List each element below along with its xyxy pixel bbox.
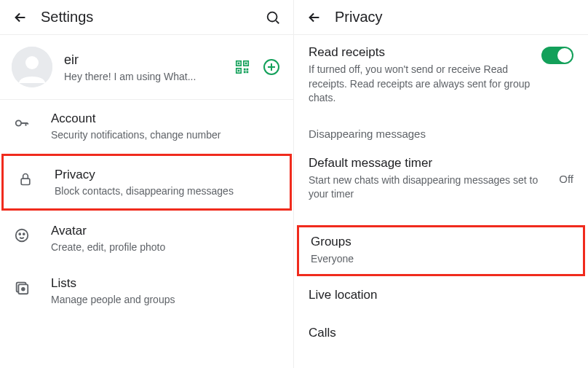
setting-subtitle: Create, edit, profile photo bbox=[51, 241, 280, 253]
page-title: Settings bbox=[41, 9, 258, 26]
qr-code-button[interactable] bbox=[232, 57, 253, 77]
profile-text: eir Hey there! I am using What... bbox=[64, 52, 232, 82]
setting-item-privacy[interactable]: Privacy Block contacts, disappearing mes… bbox=[1, 154, 292, 211]
setting-subtitle: Security notifications, change number bbox=[51, 129, 280, 141]
svg-point-18 bbox=[23, 233, 25, 235]
privacy-subtitle: If turned off, you won't send or receive… bbox=[309, 63, 533, 106]
setting-title: Privacy bbox=[55, 168, 277, 182]
profile-status: Hey there! I am using What... bbox=[64, 71, 232, 82]
privacy-title: Calls bbox=[309, 326, 573, 340]
default-timer-value: Off bbox=[559, 173, 573, 185]
svg-rect-7 bbox=[245, 63, 247, 65]
svg-point-17 bbox=[19, 233, 20, 235]
face-icon bbox=[13, 227, 31, 244]
setting-title: Account bbox=[51, 111, 280, 126]
read-receipts-toggle[interactable] bbox=[541, 47, 573, 64]
svg-point-16 bbox=[16, 230, 28, 242]
plus-circle-icon bbox=[263, 58, 280, 76]
setting-subtitle: Manage people and groups bbox=[51, 294, 280, 305]
back-arrow-icon bbox=[306, 9, 322, 26]
svg-point-2 bbox=[25, 56, 39, 69]
svg-point-21 bbox=[22, 288, 25, 291]
page-title: Privacy bbox=[335, 9, 582, 26]
svg-rect-11 bbox=[244, 71, 246, 74]
svg-rect-12 bbox=[247, 71, 249, 74]
avatar-placeholder-icon bbox=[12, 47, 52, 87]
setting-item-account[interactable]: Account Security notifications, change n… bbox=[0, 100, 293, 152]
privacy-title: Groups bbox=[311, 235, 571, 249]
back-button[interactable] bbox=[6, 3, 35, 32]
search-button[interactable] bbox=[258, 3, 287, 32]
svg-rect-9 bbox=[244, 68, 246, 71]
privacy-item-groups[interactable]: Groups Everyone bbox=[297, 225, 585, 276]
privacy-title: Live location bbox=[309, 288, 573, 302]
lists-icon bbox=[13, 279, 31, 297]
settings-header: Settings bbox=[0, 0, 293, 35]
privacy-subtitle: Start new chats with disappearing messag… bbox=[309, 173, 550, 202]
search-icon bbox=[265, 9, 281, 26]
setting-title: Lists bbox=[51, 276, 280, 291]
section-header-disappearing: Disappearing messages bbox=[294, 116, 588, 146]
setting-item-avatar[interactable]: Avatar Create, edit, profile photo bbox=[0, 212, 293, 265]
setting-title: Avatar bbox=[51, 224, 280, 238]
svg-point-0 bbox=[268, 12, 277, 21]
setting-subtitle: Block contacts, disappearing messages bbox=[55, 185, 277, 197]
privacy-title: Read receipts bbox=[309, 45, 533, 60]
profile-row[interactable]: eir Hey there! I am using What... bbox=[0, 35, 293, 100]
profile-name: eir bbox=[64, 52, 232, 68]
privacy-item-live-location[interactable]: Live location bbox=[294, 278, 588, 316]
back-button[interactable] bbox=[300, 3, 329, 32]
add-button[interactable] bbox=[261, 57, 282, 77]
setting-item-lists[interactable]: Lists Manage people and groups bbox=[0, 265, 293, 317]
svg-rect-15 bbox=[21, 179, 30, 184]
key-icon bbox=[13, 114, 31, 132]
qr-code-icon bbox=[234, 59, 250, 75]
privacy-item-calls[interactable]: Calls bbox=[294, 316, 588, 353]
privacy-item-read-receipts[interactable]: Read receipts If turned off, you won't s… bbox=[294, 35, 588, 116]
privacy-subtitle: Everyone bbox=[311, 252, 571, 267]
svg-point-14 bbox=[16, 120, 21, 125]
svg-rect-8 bbox=[238, 70, 240, 72]
back-arrow-icon bbox=[12, 9, 28, 26]
svg-rect-10 bbox=[247, 68, 249, 71]
privacy-header: Privacy bbox=[294, 0, 588, 35]
avatar bbox=[12, 47, 52, 87]
privacy-title: Default message timer bbox=[309, 156, 550, 171]
privacy-item-default-timer[interactable]: Default message timer Start new chats wi… bbox=[294, 146, 588, 212]
lock-icon bbox=[17, 171, 34, 188]
svg-rect-6 bbox=[238, 63, 240, 65]
